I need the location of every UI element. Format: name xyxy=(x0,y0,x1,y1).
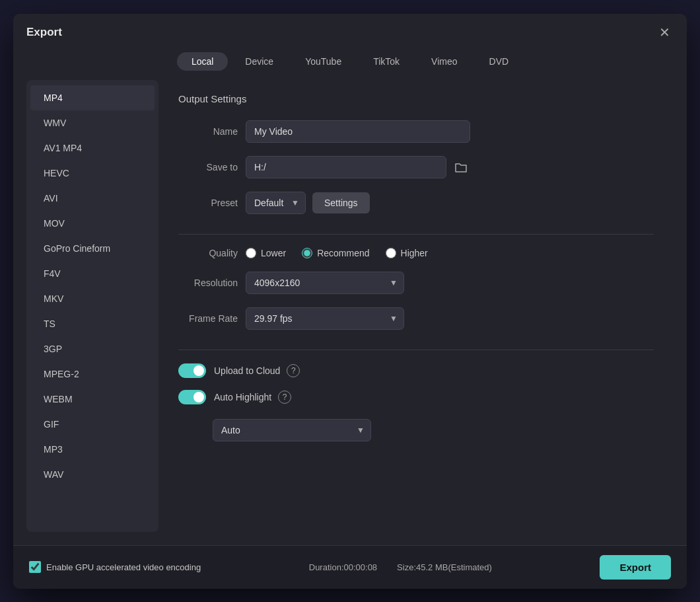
preset-select[interactable]: Default xyxy=(246,192,306,214)
upload-cloud-toggle[interactable] xyxy=(178,363,206,378)
auto-highlight-select[interactable]: Auto xyxy=(213,419,371,441)
upload-cloud-help-icon[interactable]: ? xyxy=(287,364,300,377)
quality-label: Quality xyxy=(178,248,238,258)
output-settings-panel: Output Settings Name Save to xyxy=(158,80,674,532)
quality-recommend-radio[interactable] xyxy=(302,248,312,258)
dialog-body: MP4 WMV AV1 MP4 HEVC AVI MOV GoPro Cinef… xyxy=(13,80,687,545)
quality-row: Quality Lower Recommend Higher xyxy=(178,248,654,258)
duration-stat: Duration:00:00:08 xyxy=(309,562,377,572)
framerate-select-wrap: 29.97 fps 23.976 fps 24 fps 25 fps 30 fp… xyxy=(246,307,404,330)
quality-recommend-label: Recommend xyxy=(317,248,369,258)
upload-cloud-thumb xyxy=(193,365,204,376)
auto-highlight-row: Auto Highlight ? xyxy=(178,390,654,404)
save-to-row: Save to xyxy=(178,156,654,178)
preset-area: Default ▼ Settings xyxy=(246,192,370,214)
name-row: Name xyxy=(178,120,654,143)
export-button[interactable]: Export xyxy=(600,555,671,580)
auto-highlight-label-area: Auto Highlight ? xyxy=(214,391,291,404)
resolution-label: Resolution xyxy=(178,278,238,288)
tab-device[interactable]: Device xyxy=(230,52,288,71)
resolution-select[interactable]: 4096x2160 1920x1080 1280x720 xyxy=(246,272,404,294)
sidebar-item-webm[interactable]: WEBM xyxy=(30,387,155,412)
tab-local[interactable]: Local xyxy=(177,52,228,71)
tab-tiktok[interactable]: TikTok xyxy=(359,52,414,71)
export-dialog: Export ✕ Local Device YouTube TikTok Vim… xyxy=(13,14,687,589)
resolution-select-wrap: 4096x2160 1920x1080 1280x720 ▼ xyxy=(246,272,404,294)
sidebar-item-wmv[interactable]: WMV xyxy=(30,110,155,135)
sidebar-item-f4v[interactable]: F4V xyxy=(30,261,155,286)
preset-label: Preset xyxy=(178,198,238,208)
sidebar-item-avi[interactable]: AVI xyxy=(30,186,155,211)
framerate-row: Frame Rate 29.97 fps 23.976 fps 24 fps 2… xyxy=(178,307,654,330)
save-to-input[interactable] xyxy=(246,156,446,178)
sidebar-item-gopro[interactable]: GoPro Cineform xyxy=(30,236,155,261)
sidebar-item-mp4[interactable]: MP4 xyxy=(30,85,155,110)
sidebar-item-ts[interactable]: TS xyxy=(30,311,155,336)
size-stat: Size:45.2 MB(Estimated) xyxy=(397,562,492,572)
preset-select-wrap: Default ▼ xyxy=(246,192,306,214)
tab-youtube[interactable]: YouTube xyxy=(291,52,356,71)
resolution-row: Resolution 4096x2160 1920x1080 1280x720 … xyxy=(178,272,654,294)
auto-highlight-help-icon[interactable]: ? xyxy=(278,391,291,404)
sidebar-item-wav[interactable]: WAV xyxy=(30,462,155,487)
section-title: Output Settings xyxy=(178,93,654,104)
save-to-label: Save to xyxy=(178,162,238,172)
quality-radio-group: Lower Recommend Higher xyxy=(246,248,428,258)
tab-dvd[interactable]: DVD xyxy=(475,52,524,71)
name-input[interactable] xyxy=(246,120,470,143)
name-label: Name xyxy=(178,126,238,137)
save-to-area xyxy=(246,156,470,178)
framerate-select[interactable]: 29.97 fps 23.976 fps 24 fps 25 fps 30 fp… xyxy=(246,307,404,330)
auto-highlight-label: Auto Highlight xyxy=(214,392,271,402)
sidebar-item-mp3[interactable]: MP3 xyxy=(30,437,155,462)
preset-row: Preset Default ▼ Settings xyxy=(178,192,654,214)
upload-cloud-track xyxy=(178,363,206,378)
quality-recommend[interactable]: Recommend xyxy=(302,248,369,258)
sidebar-item-av1mp4[interactable]: AV1 MP4 xyxy=(30,135,155,161)
footer-stats: Duration:00:00:08 Size:45.2 MB(Estimated… xyxy=(214,562,586,572)
tab-vimeo[interactable]: Vimeo xyxy=(417,52,472,71)
format-sidebar: MP4 WMV AV1 MP4 HEVC AVI MOV GoPro Cinef… xyxy=(26,80,158,532)
upload-cloud-label-area: Upload to Cloud ? xyxy=(214,364,300,377)
auto-highlight-select-wrap: Auto ▼ xyxy=(213,419,371,441)
gpu-checkbox[interactable] xyxy=(29,561,41,573)
gpu-label: Enable GPU accelerated video encoding xyxy=(46,562,201,572)
sidebar-item-mkv[interactable]: MKV xyxy=(30,286,155,311)
sidebar-item-mpeg2[interactable]: MPEG-2 xyxy=(30,361,155,387)
quality-higher-label: Higher xyxy=(401,248,428,258)
quality-lower-label: Lower xyxy=(261,248,286,258)
quality-lower[interactable]: Lower xyxy=(246,248,286,258)
dialog-title: Export xyxy=(26,26,62,39)
auto-highlight-track xyxy=(178,390,206,404)
sidebar-item-gif[interactable]: GIF xyxy=(30,412,155,437)
settings-button[interactable]: Settings xyxy=(312,192,370,213)
sidebar-item-mov[interactable]: MOV xyxy=(30,211,155,236)
quality-higher-radio[interactable] xyxy=(386,248,396,258)
folder-browse-button[interactable] xyxy=(452,159,470,176)
sidebar-item-hevc[interactable]: HEVC xyxy=(30,161,155,186)
divider xyxy=(178,234,654,235)
quality-higher[interactable]: Higher xyxy=(386,248,428,258)
auto-highlight-toggle[interactable] xyxy=(178,390,206,404)
auto-highlight-thumb xyxy=(193,392,204,402)
tab-bar: Local Device YouTube TikTok Vimeo DVD xyxy=(13,48,687,80)
divider2 xyxy=(178,350,654,350)
dialog-footer: Enable GPU accelerated video encoding Du… xyxy=(13,545,687,589)
quality-lower-radio[interactable] xyxy=(246,248,256,258)
framerate-label: Frame Rate xyxy=(178,313,238,324)
close-button[interactable]: ✕ xyxy=(655,23,674,42)
gpu-checkbox-area: Enable GPU accelerated video encoding xyxy=(29,561,201,573)
sidebar-item-3gp[interactable]: 3GP xyxy=(30,336,155,361)
upload-cloud-row: Upload to Cloud ? xyxy=(178,363,654,378)
dialog-header: Export ✕ xyxy=(13,14,687,48)
upload-cloud-label: Upload to Cloud xyxy=(214,365,280,376)
